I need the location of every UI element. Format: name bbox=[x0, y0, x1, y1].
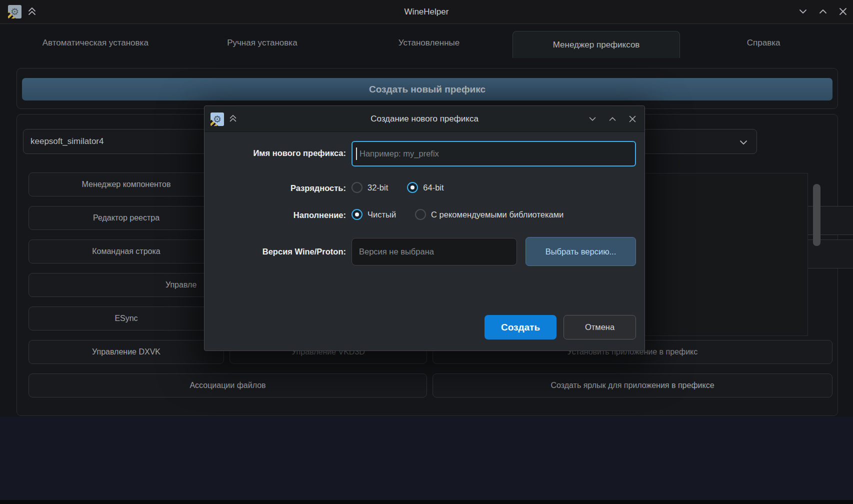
wine-version-label: Версия Wine/Proton: bbox=[214, 247, 346, 256]
create-shortcut-button[interactable]: Создать ярлык для приложения в префиксе bbox=[432, 374, 832, 398]
delete-prefix-button[interactable] bbox=[803, 240, 853, 268]
chevron-down-icon bbox=[738, 138, 748, 150]
tab-auto-install[interactable]: Автоматическая установка bbox=[12, 31, 179, 55]
create-new-prefix-button[interactable]: Создать новый префикс bbox=[22, 78, 832, 100]
dialog-maximize-button[interactable] bbox=[608, 114, 618, 126]
dialog-title: Создание нового префикса bbox=[204, 106, 644, 132]
radio-64bit-icon[interactable] bbox=[407, 182, 418, 193]
radio-recommended-label[interactable]: С рекомендуемыми библиотеками bbox=[431, 210, 564, 220]
registry-editor-button[interactable]: Редактор реестра bbox=[28, 206, 224, 230]
dialog-minimize-button[interactable] bbox=[588, 114, 598, 126]
tab-bar: Автоматическая установка Ручная установк… bbox=[12, 31, 847, 58]
choose-version-button[interactable]: Выбрать версию... bbox=[526, 237, 636, 266]
create-prefix-dialog: Создание нового префикса ⚙ Имя нового пр… bbox=[204, 106, 645, 351]
command-line-button[interactable]: Командная строка bbox=[28, 240, 224, 264]
components-manager-button[interactable]: Менеджер компонентов bbox=[28, 172, 224, 196]
dialog-rollup-icon[interactable] bbox=[228, 114, 238, 126]
tab-prefix-manager[interactable]: Менеджер префиксов bbox=[512, 31, 680, 58]
dialog-cancel-button[interactable]: Отмена bbox=[564, 315, 636, 340]
radio-32bit-label[interactable]: 32-bit bbox=[368, 183, 388, 192]
dialog-create-button[interactable]: Создать bbox=[484, 315, 556, 340]
bottom-empty-area bbox=[0, 416, 853, 504]
arch-radio-row: 32-bit 64-bit bbox=[352, 182, 444, 193]
close-button[interactable] bbox=[838, 6, 848, 19]
prefix-name-label: Имя нового префикса: bbox=[214, 148, 346, 158]
rollup-icon[interactable] bbox=[27, 6, 37, 19]
wine-version-input[interactable] bbox=[352, 238, 517, 266]
tab-help[interactable]: Справка bbox=[680, 31, 847, 55]
minimize-button[interactable] bbox=[798, 6, 808, 19]
winehelper-window: WineHelper ⚙ Автоматическая установка Ру… bbox=[0, 0, 853, 504]
fill-label: Наполнение: bbox=[214, 210, 346, 220]
dialog-close-button[interactable] bbox=[628, 114, 638, 126]
window-title: WineHelper bbox=[0, 0, 853, 24]
maximize-button[interactable] bbox=[818, 6, 828, 19]
prefix-combo-value: keepsoft_similator4 bbox=[30, 136, 104, 146]
radio-clean-icon[interactable] bbox=[352, 209, 362, 220]
esync-button[interactable]: ESync bbox=[28, 306, 224, 330]
scrollbar-thumb[interactable] bbox=[813, 184, 820, 246]
arch-label: Разрядность: bbox=[214, 184, 346, 193]
tab-manual-install[interactable]: Ручная установка bbox=[179, 31, 346, 55]
radio-64bit-label[interactable]: 64-bit bbox=[423, 183, 444, 192]
prefix-name-field-wrap bbox=[352, 141, 636, 166]
prefix-name-input[interactable] bbox=[352, 141, 636, 166]
file-associations-button[interactable]: Ассоциации файлов bbox=[28, 374, 427, 398]
text-caret bbox=[356, 148, 357, 160]
radio-clean-label[interactable]: Чистый bbox=[368, 210, 396, 220]
dialog-app-icon: ⚙ bbox=[210, 112, 224, 126]
radio-recommended-icon[interactable] bbox=[415, 209, 426, 220]
bottom-edge bbox=[0, 500, 853, 504]
radio-32bit-icon[interactable] bbox=[352, 182, 362, 193]
dialog-title-bar[interactable]: Создание нового префикса ⚙ bbox=[204, 106, 644, 132]
title-bar[interactable]: WineHelper ⚙ bbox=[0, 0, 853, 24]
dxvk-manage-button[interactable]: Управление DXVK bbox=[28, 340, 224, 364]
fill-radio-row: Чистый С рекомендуемыми библиотеками bbox=[352, 209, 564, 220]
app-icon: ⚙ bbox=[8, 5, 22, 18]
tab-installed[interactable]: Установленные bbox=[346, 31, 512, 55]
